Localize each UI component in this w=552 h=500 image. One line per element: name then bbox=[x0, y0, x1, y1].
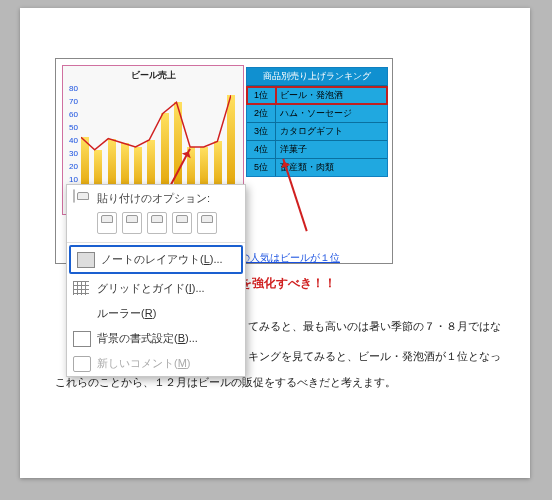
menu-item-format-background[interactable]: 背景の書式設定(B)... bbox=[67, 326, 245, 351]
chart-y-ticks: 80706050403020100 bbox=[64, 82, 78, 199]
app-canvas: ビール売上 80706050403020100 1月2月3月4月5月6月7月8月… bbox=[0, 0, 552, 500]
comment-icon bbox=[73, 356, 91, 372]
clipboard-icon bbox=[73, 190, 75, 202]
grid-icon bbox=[73, 281, 89, 295]
table-header: 商品別売り上げランキング bbox=[247, 68, 387, 86]
layout-icon bbox=[77, 252, 95, 268]
menu-item-notes-layout[interactable]: ノートのレイアウト(L)... bbox=[69, 245, 243, 274]
paste-option-3[interactable] bbox=[147, 212, 167, 234]
ranking-table: 商品別売り上げランキング 1位ビール・発泡酒2位ハム・ソーセージ3位カタログギフ… bbox=[246, 67, 388, 177]
paste-option-1[interactable] bbox=[97, 212, 117, 234]
paste-option-5[interactable] bbox=[197, 212, 217, 234]
body-line-1: てみると、最も高いのは暑い季節の７・８月ではな bbox=[248, 318, 501, 336]
menu-item-grid-guides[interactable]: グリッドとガイド(I)... bbox=[67, 276, 245, 301]
ruler-icon bbox=[73, 306, 89, 320]
paste-option-4[interactable] bbox=[172, 212, 192, 234]
body-line-2: キングを見てみると、ビール・発泡酒が１位となっ bbox=[248, 348, 501, 366]
menu-item-new-comment[interactable]: 新しいコメント(M) bbox=[67, 351, 245, 376]
paste-options-header: 貼り付けのオプション: bbox=[67, 185, 245, 210]
table-row: 5位畜産類・肉類 bbox=[247, 158, 387, 176]
table-row: 1位ビール・発泡酒 bbox=[247, 86, 387, 104]
format-icon bbox=[73, 331, 91, 347]
table-row: 4位洋菓子 bbox=[247, 140, 387, 158]
context-menu: 貼り付けのオプション: ノートのレイアウト(L)... グリッドとガイド(I).… bbox=[66, 184, 246, 377]
chart-title: ビール売上 bbox=[63, 69, 243, 82]
table-row: 2位ハム・ソーセージ bbox=[247, 104, 387, 122]
document-page: ビール売上 80706050403020100 1月2月3月4月5月6月7月8月… bbox=[20, 8, 530, 478]
menu-item-ruler[interactable]: ルーラー(R) bbox=[67, 301, 245, 326]
paste-options-row bbox=[67, 210, 245, 243]
chart-line bbox=[81, 84, 231, 196]
paste-option-2[interactable] bbox=[122, 212, 142, 234]
table-row: 3位カタログギフト bbox=[247, 122, 387, 140]
